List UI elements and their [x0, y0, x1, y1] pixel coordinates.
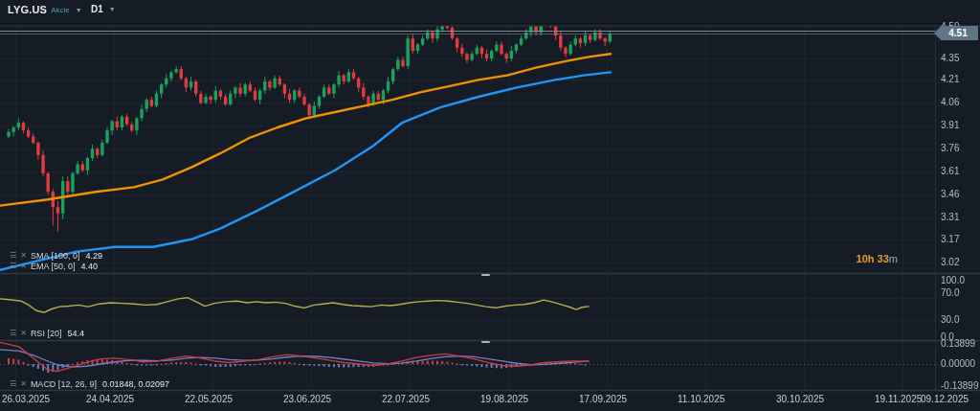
price-tick: 4.21 — [941, 74, 959, 84]
price-tick: 4.06 — [941, 97, 959, 107]
last-price-badge: 4.51 — [934, 26, 978, 40]
price-tick: 3.17 — [941, 234, 959, 244]
price-tick: 3.76 — [941, 143, 959, 153]
price-tick: 3.61 — [941, 166, 959, 176]
ema-label: EMA [50, 0] — [31, 262, 76, 271]
legend-macd[interactable]: ☰ ✕ MACD [12, 26, 9] 0.01848, 0.02097 — [10, 378, 169, 389]
indicator-settings-icon[interactable]: ☰ — [10, 379, 16, 388]
last-price-value: 4.51 — [948, 28, 967, 38]
chart-header: LYG.US Akcie ▼ D1 ▼ — [0, 0, 980, 23]
chart-canvas[interactable] — [0, 0, 980, 411]
date-tick: 22.07.2025 — [382, 394, 430, 404]
ema-value: 4.40 — [80, 262, 98, 271]
date-tick: 30.10.2025 — [776, 394, 824, 404]
rsi-tick: 30.0 — [941, 314, 959, 325]
rsi-tick: 100.0 — [941, 275, 965, 285]
panel-resize-handle[interactable] — [481, 341, 490, 343]
trading-chart-window: LYG.US Akcie ▼ D1 ▼ ☰ ✕ SMA [100, 0] 4.2… — [0, 0, 980, 411]
macd-tick: 0.13899 — [941, 338, 975, 349]
rsi-value: 54.4 — [67, 329, 84, 338]
date-tick: 19.08.2025 — [480, 394, 528, 404]
sma-label: SMA [100, 0] — [31, 251, 80, 261]
indicator-settings-icon[interactable]: ☰ — [10, 251, 16, 260]
symbol-selector[interactable]: LYG.US Akcie ▼ — [8, 4, 82, 15]
countdown-value: 10h 33 — [857, 253, 889, 264]
price-tick: 4.35 — [941, 53, 959, 63]
legend-ema[interactable]: ☰ ✕ EMA [50, 0] 4.40 — [10, 261, 98, 271]
macd-value: 0.01848, 0.02097 — [102, 379, 169, 389]
date-tick: 11.10.2025 — [678, 394, 724, 404]
symbol-type-label: Akcie — [51, 6, 70, 14]
sma-value: 4.29 — [85, 251, 102, 261]
date-tick: 26.03.2025 — [2, 394, 50, 404]
legend-sma[interactable]: ☰ ✕ SMA [100, 0] 4.29 — [10, 250, 102, 261]
price-tick: 3.02 — [941, 257, 959, 267]
date-tick: 19.11.2025 — [875, 394, 922, 404]
indicator-remove-icon[interactable]: ✕ — [20, 329, 27, 337]
legend-rsi[interactable]: ☰ ✕ RSI [20] 54.4 — [10, 328, 84, 338]
price-tick: 3.91 — [941, 120, 959, 130]
date-tick: 24.04.2025 — [86, 394, 134, 404]
macd-tick: 0.00000 — [941, 358, 975, 369]
timeframe-label: D1 — [91, 4, 103, 14]
indicator-settings-icon[interactable]: ☰ — [10, 329, 16, 337]
chevron-down-icon: ▼ — [76, 7, 82, 13]
macd-label: MACD [12, 26, 9] — [31, 379, 97, 389]
date-tick: 09.12.2025 — [921, 394, 969, 404]
panel-resize-handle[interactable] — [481, 274, 490, 276]
countdown-unit: m — [889, 253, 898, 264]
indicator-remove-icon[interactable]: ✕ — [20, 262, 27, 270]
price-tick: 3.46 — [941, 189, 959, 199]
symbol-label: LYG.US — [8, 4, 47, 15]
macd-tick: -0.13899 — [941, 380, 978, 391]
rsi-label: RSI [20] — [31, 329, 62, 338]
price-tick: 3.31 — [941, 212, 959, 222]
date-tick: 17.09.2025 — [579, 394, 627, 404]
timeframe-selector[interactable]: D1 ▼ — [91, 4, 116, 14]
indicator-settings-icon[interactable]: ☰ — [10, 262, 16, 270]
indicator-remove-icon[interactable]: ✕ — [20, 251, 27, 260]
indicator-remove-icon[interactable]: ✕ — [20, 379, 27, 388]
date-tick: 23.06.2025 — [283, 394, 331, 404]
chevron-down-icon: ▼ — [109, 6, 116, 12]
bar-close-countdown: 10h 33m — [821, 253, 898, 264]
rsi-tick: 70.0 — [941, 287, 959, 298]
date-tick: 22.05.2025 — [185, 394, 233, 404]
